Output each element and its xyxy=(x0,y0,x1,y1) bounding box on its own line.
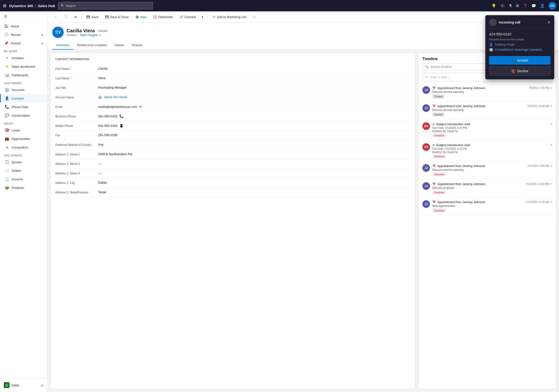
brand-name: Dynamics 365 xyxy=(9,4,33,8)
sidebar-item-competitors[interactable]: ⚔ Competitors xyxy=(0,143,47,152)
deactivate-button[interactable]: 🚫 Deactivate xyxy=(150,14,175,20)
waffle-menu-icon[interactable]: ⊞ xyxy=(3,3,6,8)
contacts-icon: 👤 xyxy=(5,96,9,100)
sidebar-item-sales-accelerator[interactable]: ⚡ Sales accelerator xyxy=(0,62,47,71)
app-name: Sales Hub xyxy=(38,4,55,8)
field-value-account-name[interactable]: 🏢 Alpine Ski House xyxy=(98,95,410,99)
tab-summary[interactable]: Summary xyxy=(52,41,73,50)
deactivate-label: Deactivate xyxy=(158,15,173,19)
marketing-button[interactable]: 📧 Add to Marketing List xyxy=(209,14,249,20)
new-button[interactable]: ➕ New xyxy=(132,14,149,20)
avatar: JJ xyxy=(422,200,430,208)
save-close-button[interactable]: 💾 Save & Close xyxy=(102,14,132,20)
settings-icon[interactable]: ⚙ xyxy=(516,4,519,8)
timeline-item-header: ✉ Subject Introduction mail ∨ xyxy=(432,122,552,126)
timeline-item-desc: New opportunities xyxy=(432,204,552,208)
timeline-content: 📅 Appointment from Jeremy Johnson 7/3/20… xyxy=(432,104,552,116)
save-button[interactable]: 💾 Save xyxy=(84,14,101,20)
status-badge: Closed xyxy=(432,95,444,98)
chevron-down-icon[interactable]: ∨ xyxy=(550,164,552,167)
section-label-collateral: Collateral xyxy=(0,152,47,158)
top-navigation: ⊞ Dynamics 365 | Sales Hub 🔍 Search 💡 ➕ … xyxy=(0,0,559,11)
decline-button[interactable]: 📵 Decline xyxy=(489,66,550,75)
quotes-icon: 📋 xyxy=(5,160,9,164)
sidebar-item-quotes[interactable]: 📋 Quotes xyxy=(0,158,47,166)
sidebar-item-home[interactable]: 🏠 Home xyxy=(0,22,47,30)
connect-button[interactable]: 🔗 Connect xyxy=(177,14,199,20)
help-icon[interactable]: ❓ xyxy=(523,4,528,8)
timeline-item-title: 📅 Appointment from Jeremy Johnson xyxy=(432,164,485,168)
dropdown-icon[interactable]: ∨ xyxy=(99,34,101,37)
field-label-state: Address 1: State/Province xyxy=(55,190,98,194)
sales-icon: S xyxy=(4,382,9,388)
sidebar-item-products[interactable]: 📦 Products xyxy=(0,183,47,192)
answer-button[interactable]: 📞 Answer xyxy=(489,56,550,65)
chevron-down-icon: ∨ xyxy=(41,33,44,36)
back-button[interactable]: ← xyxy=(51,14,60,20)
field-row-business-phone: Business Phone 281-555-0162 📞 xyxy=(55,112,410,121)
email-icon: ✉ xyxy=(432,144,435,147)
field-label-city: Address 1: City xyxy=(55,181,98,185)
more2-button[interactable]: ⋯ xyxy=(250,14,259,20)
page-button[interactable]: 📄 xyxy=(61,14,71,20)
save-icon: 💾 xyxy=(86,15,90,19)
popup-close-button[interactable]: ✕ xyxy=(547,20,550,25)
field-row-street1: Address 1: Street 1 3456 B Southampton R… xyxy=(55,150,410,159)
diamond-icon: ◇ xyxy=(41,383,44,387)
answer-label: Answer xyxy=(517,58,528,62)
sidebar-item-activities[interactable]: ✓ Activities xyxy=(0,54,47,62)
sidebar-item-leads[interactable]: 🎯 Leads xyxy=(0,126,47,135)
field-value-state: Texas xyxy=(98,190,410,194)
email-copy-icon[interactable]: ✉ xyxy=(139,105,142,109)
sidebar-item-dashboards[interactable]: 📊 Dashboards xyxy=(0,71,47,79)
user-avatar[interactable]: DS xyxy=(549,2,556,9)
timeline-date: ∨ xyxy=(550,143,552,146)
record-insights-link[interactable]: Sales Insights xyxy=(80,34,98,37)
sidebar: ☰ 🏠 Home 🕐 Recent ∨ 📌 Pinned ∨ My Work ✓ xyxy=(0,11,47,392)
field-value-last-name: Viera xyxy=(98,76,410,80)
tab-details[interactable]: Details xyxy=(111,41,128,50)
sidebar-collapse-icon[interactable]: ☰ xyxy=(4,14,7,19)
field-value-fax: 281-555-0158 xyxy=(98,133,410,137)
sidebar-item-pinned[interactable]: 📌 Pinned ∨ xyxy=(0,39,47,47)
popup-record-anthony[interactable]: 👤 Anthony Pruitt xyxy=(489,43,550,46)
sidebar-item-contacts[interactable]: 👤 Contacts xyxy=(0,94,47,103)
popup-record-consolidated[interactable]: 🏢 Consolidated messenger (sample) xyxy=(489,48,550,51)
chat-icon[interactable]: 💬 xyxy=(531,4,536,8)
sidebar-item-phone-calls[interactable]: 📞 Phone Calls xyxy=(0,103,47,111)
chevron-down-icon: ∨ xyxy=(41,42,44,45)
chevron-down-icon[interactable]: ∨ xyxy=(550,104,552,107)
chevron-down-icon[interactable]: ∨ xyxy=(550,143,552,146)
chevron-down-icon[interactable]: ∨ xyxy=(550,200,552,203)
brand-logo: Dynamics 365 | Sales Hub xyxy=(9,4,55,8)
sidebar-bottom-sales[interactable]: S Sales ◇ xyxy=(0,380,47,390)
tab-relationship[interactable]: Relationship Analytics xyxy=(73,41,111,50)
search-box[interactable]: 🔍 Search xyxy=(58,2,153,9)
add-icon[interactable]: ➕ xyxy=(500,4,505,8)
sidebar-sales-accelerator-label: Sales accelerator xyxy=(12,65,35,68)
timeline-item-header: 📅 Appointment from Jeremy Johnson 7/13/2… xyxy=(432,200,552,204)
chevron-down-icon[interactable]: ∨ xyxy=(550,182,552,185)
sidebar-item-orders[interactable]: 📄 Orders xyxy=(0,166,47,175)
tab-related[interactable]: Related xyxy=(128,41,146,50)
filter-icon[interactable]: ⚗ xyxy=(509,4,512,8)
chevron-down-icon[interactable]: ∨ xyxy=(550,86,552,89)
field-row-fax: Fax 281-555-0158 xyxy=(55,131,410,140)
chevron-down-icon[interactable]: ∨ xyxy=(550,122,552,126)
timeline-item-meta2: Modified By: David So xyxy=(432,130,552,133)
person-icon[interactable]: 👤 xyxy=(540,4,545,8)
sidebar-item-opportunities[interactable]: 💼 Opportunities xyxy=(0,135,47,143)
timeline-date: 7/12/2021 10:00 AM ∨ xyxy=(526,182,552,185)
phone-call-icon[interactable]: 📞 xyxy=(119,114,123,118)
sidebar-item-recent[interactable]: 🕐 Recent ∨ xyxy=(0,30,47,39)
more-button[interactable]: ▾ xyxy=(200,14,205,20)
mobile-call-icon[interactable]: 📱 xyxy=(119,124,123,128)
copy-button[interactable]: ⧉ xyxy=(72,14,79,20)
lightbulb-icon[interactable]: 💡 xyxy=(492,4,496,8)
sidebar-item-invoices[interactable]: 🧾 Invoices xyxy=(0,175,47,183)
sidebar-item-accounts[interactable]: 🏢 Accounts xyxy=(0,85,47,94)
sidebar-item-conversation[interactable]: 💬 Conversation xyxy=(0,111,47,120)
field-row-street3: Address 1: Street 3 --- xyxy=(55,169,410,178)
field-row-account-name: Account Name 🏢 Alpine Ski House xyxy=(55,93,410,102)
field-label-street2: Address 1: Street 2 xyxy=(55,162,98,166)
